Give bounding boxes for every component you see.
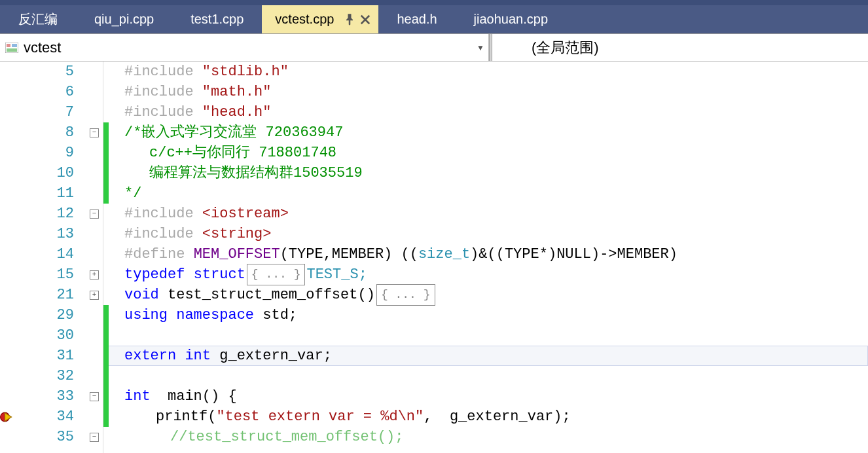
line-number: 12 [13, 204, 86, 224]
code-line[interactable]: #include "stdlib.h" [103, 62, 868, 82]
svg-rect-2 [12, 44, 17, 47]
project-icon [4, 41, 20, 54]
editor-content[interactable]: #include "stdlib.h" #include "math.h" #i… [103, 62, 868, 453]
code-line[interactable] [103, 366, 868, 386]
scope-selector[interactable]: (全局范围) [492, 34, 868, 61]
fold-minus-icon[interactable]: − [90, 128, 99, 137]
dropdown-icon: ▼ [477, 43, 484, 52]
line-number: 29 [13, 305, 86, 325]
project-name: vctest [24, 39, 61, 56]
line-number: 33 [13, 386, 86, 407]
tab-qiu-pi[interactable]: qiu_pi.cpp [76, 5, 172, 33]
change-marker [103, 163, 109, 183]
line-number: 5 [13, 62, 86, 82]
tab-vctest-active[interactable]: vctest.cpp [262, 5, 378, 33]
fold-minus-icon[interactable]: − [90, 209, 99, 219]
collapsed-region[interactable]: { ... } [247, 264, 306, 285]
close-icon[interactable] [359, 13, 372, 26]
line-number: 13 [13, 224, 86, 244]
line-number: 9 [13, 143, 86, 163]
code-line[interactable]: 编程算法与数据结构群15035519 [103, 163, 868, 183]
fold-minus-icon[interactable]: − [90, 433, 99, 442]
change-marker [103, 143, 109, 163]
collapsed-region[interactable]: { ... } [376, 284, 435, 306]
change-marker [103, 407, 109, 427]
editor-gutter: 5 6 7 8− 9 10 11 12− 13 14 15+ 21+ 29 30… [0, 62, 103, 453]
code-line[interactable]: /*嵌入式学习交流堂 720363947 [103, 122, 868, 143]
window-top-border [0, 0, 868, 5]
line-number: 31 [13, 346, 86, 366]
change-marker [103, 346, 109, 366]
change-marker [103, 386, 109, 407]
code-line-current[interactable]: extern int g_extern_var; [103, 346, 868, 366]
line-number: 15 [13, 264, 86, 285]
line-number: 8 [13, 122, 86, 143]
change-marker [103, 305, 109, 325]
breakpoint-current-icon[interactable] [0, 407, 13, 427]
svg-rect-1 [7, 44, 10, 47]
code-line[interactable]: printf("test extern var = %d\n", g_exter… [103, 407, 868, 427]
tab-head-h[interactable]: head.h [378, 5, 455, 33]
code-line[interactable]: */ [103, 183, 868, 204]
line-number: 7 [13, 102, 86, 122]
line-number: 21 [13, 285, 86, 305]
svg-rect-3 [7, 48, 17, 52]
code-line[interactable]: #include <iostream> [103, 204, 868, 224]
fold-plus-icon[interactable]: + [90, 270, 99, 280]
code-line[interactable]: #include <string> [103, 224, 868, 244]
code-line[interactable]: #include "head.h" [103, 102, 868, 122]
line-number: 32 [13, 366, 86, 386]
code-line[interactable]: typedef struct{ ... }TEST_S; [103, 264, 868, 285]
code-line[interactable]: #include "math.h" [103, 82, 868, 102]
tab-test1[interactable]: test1.cpp [172, 5, 262, 33]
project-selector[interactable]: vctest ▼ [0, 34, 489, 61]
line-number: 14 [13, 244, 86, 264]
code-line[interactable]: //test_struct_mem_offset(); [103, 427, 868, 447]
code-line[interactable]: int main() { [103, 386, 868, 407]
navigation-bar: vctest ▼ (全局范围) [0, 34, 868, 62]
line-number: 35 [13, 427, 86, 447]
pin-icon[interactable] [343, 13, 356, 26]
line-number: 30 [13, 325, 86, 346]
editor-tab-bar: 反汇编 qiu_pi.cpp test1.cpp vctest.cpp head… [0, 5, 868, 34]
fold-minus-icon[interactable]: − [90, 392, 99, 401]
line-number: 10 [13, 163, 86, 183]
line-number: 6 [13, 82, 86, 102]
change-marker [103, 122, 109, 143]
tab-label: vctest.cpp [275, 12, 334, 27]
code-line[interactable]: #define MEM_OFFSET(TYPE,MEMBER) ((size_t… [103, 244, 868, 264]
code-line[interactable] [103, 325, 868, 346]
code-line[interactable]: void test_struct_mem_offset(){ ... } [103, 285, 868, 305]
change-marker [103, 183, 109, 204]
tab-disassembly[interactable]: 反汇编 [0, 5, 76, 33]
code-line[interactable]: c/c++与你同行 718801748 [103, 143, 868, 163]
line-number: 11 [13, 183, 86, 204]
code-line[interactable]: using namespace std; [103, 305, 868, 325]
code-editor[interactable]: 5 6 7 8− 9 10 11 12− 13 14 15+ 21+ 29 30… [0, 62, 868, 453]
fold-plus-icon[interactable]: + [90, 291, 99, 300]
tab-jiaohuan[interactable]: jiaohuan.cpp [456, 5, 566, 33]
line-number: 34 [13, 407, 86, 427]
change-marker [103, 325, 109, 346]
scope-label: (全局范围) [532, 38, 599, 58]
change-marker [103, 366, 109, 386]
